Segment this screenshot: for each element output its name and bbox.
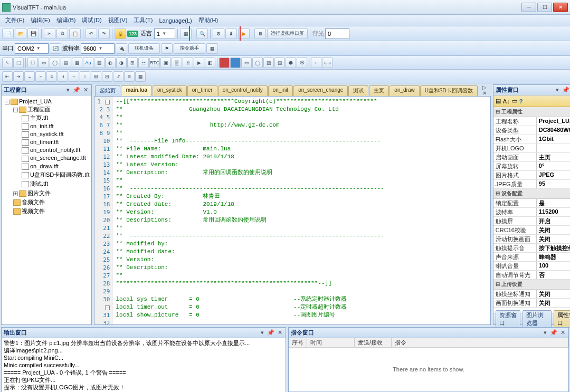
prop-value[interactable]: 关闭 [537,290,570,298]
panel-close-icon[interactable]: ✕ [559,329,566,336]
editor-tab[interactable]: on_draw [390,85,419,96]
tree-page-item[interactable]: on_init.tft [30,123,54,129]
menu-file[interactable]: 文件(F) [2,15,27,25]
prop-row[interactable]: 画面切换通知关闭 [493,299,570,308]
widget-icon[interactable]: ⎘ [183,58,193,68]
tree-root[interactable]: Project_LUA [19,98,52,104]
prop-row[interactable]: 喇叭音量100 [493,262,570,271]
text-icon[interactable]: Aa [83,58,93,68]
widget-icon[interactable]: ⬢ [286,58,296,68]
menu-help[interactable]: 帮助(H) [195,15,221,25]
align-icon[interactable]: ⇥ [13,71,24,82]
run-virtual-button[interactable]: 运行虚拟串口屏 [267,28,308,39]
prop-value[interactable]: 按下触摸控件时 [537,244,570,252]
widget-icon[interactable]: ▭ [241,58,252,68]
align-icon[interactable]: ⫠ [24,71,35,82]
prop-value[interactable]: 关闭 [537,235,570,243]
editor-tab[interactable]: on_screen_change [293,85,348,96]
widget-icon[interactable]: ▤ [61,58,71,68]
panel-close-icon[interactable]: ✕ [277,329,283,336]
prop-value[interactable]: 115200 [537,208,570,216]
menu-edit[interactable]: 编辑(E) [27,15,53,25]
measure-icon[interactable]: ⟷ [322,58,332,68]
prop-value[interactable]: 关闭 [537,299,570,307]
tree-page-item[interactable]: 主页.tft [30,114,48,121]
align-icon[interactable]: ≋ [124,71,135,82]
widget-icon[interactable]: RTC [149,58,160,68]
prop-row[interactable]: Flash大小1Gbit [493,135,570,144]
search-icon[interactable]: 🔍 [196,28,208,39]
prop-page-icon[interactable]: ▭ [512,98,517,104]
prop-row[interactable]: 工程名称Project_LUA [493,117,570,126]
widget-icon[interactable]: ▭ [39,58,49,68]
prop-category[interactable]: ⊟ 上传设置 [493,280,570,290]
menu-language[interactable]: Language(L) [156,16,195,25]
panel-menu-icon[interactable]: ▾ [65,87,71,93]
properties-grid[interactable]: ⊟ 工程属性工程名称Project_LUA设备类型DC80480W070Flas… [493,107,570,313]
col-index[interactable]: 序号 [289,338,307,347]
panel-pin-icon[interactable]: 📌 [72,87,81,93]
measure-icon[interactable]: ↔ [311,58,321,68]
editor-tab[interactable]: 主页 [369,85,389,96]
tab-imagebrowser[interactable]: 图片浏览器 [522,310,552,328]
panel-pin-icon[interactable]: 📌 [549,329,558,336]
tree-group-images[interactable]: 图片文件 [27,190,51,196]
color-icon[interactable] [219,58,230,68]
tree-page-item[interactable]: on_screen_change.tft [30,155,86,161]
prop-help-icon[interactable]: ? [519,98,523,104]
lang-combo[interactable]: 1▼ [154,28,175,39]
panel-menu-icon[interactable]: ▾ [555,87,560,93]
widget-icon[interactable]: ◯ [252,58,263,68]
redo-icon[interactable]: ↷ [98,28,110,39]
prop-value[interactable]: DC80480W070 [537,126,570,135]
maximize-button[interactable]: ☐ [537,3,552,12]
tree-page-item[interactable]: on_draw.tft [30,163,59,169]
editor-tab[interactable]: on_control_notify [218,85,268,96]
prop-value[interactable]: 0° [537,162,570,170]
prop-row[interactable]: 声音来源蜂鸣器 [493,253,570,262]
open-icon[interactable]: 📂 [15,28,26,39]
editor-tab[interactable]: 测试 [348,85,368,96]
prop-row[interactable]: 屏幕旋转0° [493,162,570,171]
align-icon[interactable]: ⫽ [113,71,124,82]
screen-icon[interactable]: 🖥 [254,28,266,39]
col-cmd[interactable]: 指令 [392,338,568,347]
prop-category[interactable]: ⊟ 设备配置 [493,189,570,199]
prop-row[interactable]: 滑动切换画面关闭 [493,235,570,244]
tree-page-item[interactable]: on_timer.tft [30,139,59,145]
prop-value[interactable]: Project_LUA [537,117,570,126]
widget-icon[interactable]: ▣ [160,58,171,68]
widget-icon[interactable]: ▧ [263,58,274,68]
panel-pin-icon[interactable]: 📌 [561,87,570,93]
prop-row[interactable]: 启动画面主页 [493,153,570,162]
prop-value[interactable]: 主页 [537,153,570,161]
editor-tab[interactable]: 起始页 [95,85,120,96]
prop-row[interactable]: 自动调节背光否 [493,271,570,280]
code-content[interactable]: --[[******************************Copyri… [112,97,490,324]
widget-icon[interactable]: ◐ [105,58,116,68]
project-tree[interactable]: −Project_LUA −工程画面 主页.tfton_init.tfton_s… [2,95,91,324]
prop-row[interactable]: 设备类型DC80480W070 [493,126,570,135]
prop-value[interactable]: JPEG [537,171,570,179]
panel-pin-icon[interactable]: 📌 [266,329,276,336]
prop-row[interactable]: 开机LOGO [493,144,570,153]
prop-row[interactable]: 图片格式JPEG [493,171,570,180]
prop-cat-icon[interactable]: ▤ [496,98,501,104]
pointer-icon[interactable]: ↖ [2,58,13,68]
align-icon[interactable]: ⫟ [35,71,46,82]
align-icon[interactable]: ↕ [80,71,90,82]
widget-icon[interactable]: ☷ [138,58,149,68]
col-dir[interactable]: 发送/接收 [355,338,392,347]
prop-row[interactable]: 触摸屏开启 [493,217,570,226]
prop-row[interactable]: 波特率115200 [493,208,570,217]
backlight-input[interactable]: 0 [325,28,349,39]
tree-group-video[interactable]: 视频文件 [22,208,45,214]
tree-page-item[interactable]: on_systick.tft [30,131,64,137]
tree-page-item[interactable]: U盘和SD卡回调函数.tft [30,171,89,178]
tree-page-item[interactable]: 测试.tft [30,180,48,187]
tab-resources[interactable]: 资源窗口 [496,310,520,328]
prop-value[interactable] [537,144,570,152]
align-icon[interactable]: ▦ [135,71,146,82]
new-icon[interactable]: 📄 [2,28,14,39]
undo-icon[interactable]: ↶ [86,28,97,39]
